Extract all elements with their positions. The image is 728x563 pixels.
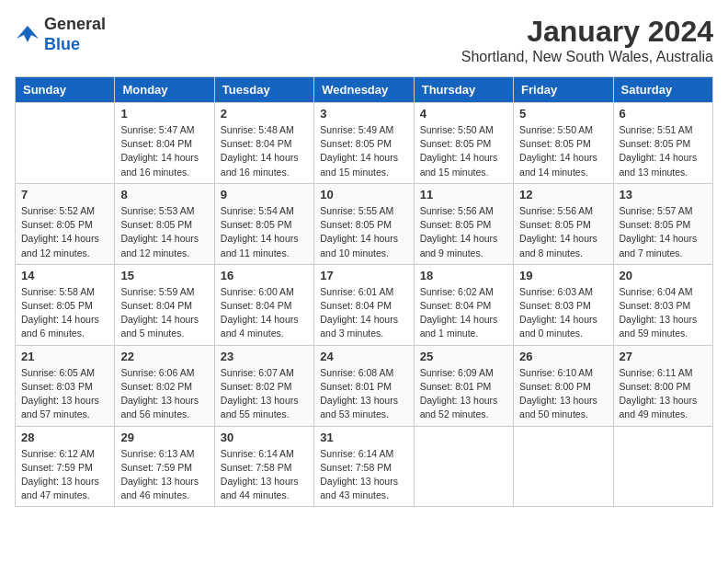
calendar-cell: 4Sunrise: 5:50 AMSunset: 8:05 PMDaylight… [414, 103, 513, 184]
day-info: Sunrise: 6:10 AMSunset: 8:00 PMDaylight:… [519, 366, 607, 422]
day-header-thursday: Thursday [414, 77, 513, 103]
day-number: 19 [519, 269, 607, 282]
day-number: 29 [120, 431, 208, 444]
day-info: Sunrise: 6:14 AMSunset: 7:58 PMDaylight:… [221, 447, 308, 503]
day-number: 8 [120, 188, 208, 201]
calendar-cell: 28Sunrise: 6:12 AMSunset: 7:59 PMDayligh… [16, 426, 115, 507]
calendar-cell: 8Sunrise: 5:53 AMSunset: 8:05 PMDaylight… [115, 183, 214, 264]
calendar-cell [613, 426, 712, 507]
calendar-cell: 24Sunrise: 6:08 AMSunset: 8:01 PMDayligh… [314, 345, 414, 426]
day-info: Sunrise: 6:05 AMSunset: 8:03 PMDaylight:… [21, 366, 108, 422]
day-number: 12 [519, 188, 607, 201]
calendar-week-row: 7Sunrise: 5:52 AMSunset: 8:05 PMDaylight… [16, 183, 713, 264]
day-number: 25 [420, 350, 507, 363]
day-number: 22 [120, 350, 208, 363]
day-info: Sunrise: 5:48 AMSunset: 8:04 PMDaylight:… [221, 123, 308, 179]
day-info: Sunrise: 6:04 AMSunset: 8:03 PMDaylight:… [620, 285, 707, 341]
day-number: 17 [320, 269, 407, 282]
day-number: 14 [21, 269, 108, 282]
day-number: 1 [120, 107, 208, 121]
calendar-cell: 18Sunrise: 6:02 AMSunset: 8:04 PMDayligh… [414, 264, 513, 345]
day-info: Sunrise: 5:50 AMSunset: 8:05 PMDaylight:… [420, 123, 507, 179]
calendar-cell: 29Sunrise: 6:13 AMSunset: 7:59 PMDayligh… [115, 426, 214, 507]
page-header: General Blue January 2024 Shortland, New… [15, 15, 713, 65]
svg-marker-0 [17, 26, 39, 42]
day-number: 18 [420, 269, 507, 282]
calendar-cell: 6Sunrise: 5:51 AMSunset: 8:05 PMDaylight… [613, 103, 712, 184]
calendar-cell: 27Sunrise: 6:11 AMSunset: 8:00 PMDayligh… [613, 345, 712, 426]
day-header-friday: Friday [514, 77, 613, 103]
calendar-week-row: 1Sunrise: 5:47 AMSunset: 8:04 PMDaylight… [16, 103, 713, 184]
day-info: Sunrise: 5:56 AMSunset: 8:05 PMDaylight:… [420, 204, 507, 260]
day-header-saturday: Saturday [613, 77, 712, 103]
day-info: Sunrise: 5:56 AMSunset: 8:05 PMDaylight:… [519, 204, 607, 260]
calendar-cell: 11Sunrise: 5:56 AMSunset: 8:05 PMDayligh… [414, 183, 513, 264]
day-header-monday: Monday [115, 77, 214, 103]
calendar-title: January 2024 [461, 15, 713, 49]
calendar-cell: 1Sunrise: 5:47 AMSunset: 8:04 PMDaylight… [115, 103, 214, 184]
day-number: 3 [320, 107, 407, 121]
calendar-cell: 2Sunrise: 5:48 AMSunset: 8:04 PMDaylight… [214, 103, 313, 184]
day-number: 5 [519, 107, 607, 121]
day-info: Sunrise: 6:07 AMSunset: 8:02 PMDaylight:… [221, 366, 308, 422]
day-info: Sunrise: 6:06 AMSunset: 8:02 PMDaylight:… [120, 366, 208, 422]
day-info: Sunrise: 5:55 AMSunset: 8:05 PMDaylight:… [320, 204, 407, 260]
calendar-cell: 9Sunrise: 5:54 AMSunset: 8:05 PMDaylight… [214, 183, 313, 264]
day-number: 27 [620, 350, 707, 363]
calendar-week-row: 14Sunrise: 5:58 AMSunset: 8:05 PMDayligh… [16, 264, 713, 345]
calendar-cell: 16Sunrise: 6:00 AMSunset: 8:04 PMDayligh… [214, 264, 313, 345]
day-number: 26 [519, 350, 607, 363]
day-number: 20 [620, 269, 707, 282]
calendar-cell: 14Sunrise: 5:58 AMSunset: 8:05 PMDayligh… [16, 264, 115, 345]
logo-general-text: General [44, 15, 106, 35]
day-info: Sunrise: 6:02 AMSunset: 8:04 PMDaylight:… [420, 285, 507, 341]
calendar-cell [514, 426, 613, 507]
day-info: Sunrise: 6:00 AMSunset: 8:04 PMDaylight:… [221, 285, 308, 341]
day-number: 23 [221, 350, 308, 363]
day-info: Sunrise: 5:51 AMSunset: 8:05 PMDaylight:… [620, 123, 707, 179]
day-number: 6 [620, 107, 707, 121]
calendar-cell: 17Sunrise: 6:01 AMSunset: 8:04 PMDayligh… [314, 264, 414, 345]
day-number: 7 [21, 188, 108, 201]
calendar-cell: 23Sunrise: 6:07 AMSunset: 8:02 PMDayligh… [214, 345, 313, 426]
day-number: 31 [320, 431, 407, 444]
day-info: Sunrise: 6:13 AMSunset: 7:59 PMDaylight:… [120, 447, 208, 503]
day-info: Sunrise: 5:58 AMSunset: 8:05 PMDaylight:… [21, 285, 108, 341]
day-info: Sunrise: 5:54 AMSunset: 8:05 PMDaylight:… [221, 204, 308, 260]
day-info: Sunrise: 6:11 AMSunset: 8:00 PMDaylight:… [620, 366, 707, 422]
calendar-cell: 21Sunrise: 6:05 AMSunset: 8:03 PMDayligh… [16, 345, 115, 426]
day-info: Sunrise: 5:52 AMSunset: 8:05 PMDaylight:… [21, 204, 108, 260]
calendar-cell: 15Sunrise: 5:59 AMSunset: 8:04 PMDayligh… [115, 264, 214, 345]
logo: General Blue [15, 15, 106, 54]
calendar-header: SundayMondayTuesdayWednesdayThursdayFrid… [16, 77, 713, 103]
day-number: 30 [221, 431, 308, 444]
calendar-cell: 19Sunrise: 6:03 AMSunset: 8:03 PMDayligh… [514, 264, 613, 345]
day-info: Sunrise: 5:53 AMSunset: 8:05 PMDaylight:… [120, 204, 208, 260]
day-info: Sunrise: 6:09 AMSunset: 8:01 PMDaylight:… [420, 366, 507, 422]
day-number: 28 [21, 431, 108, 444]
day-number: 4 [420, 107, 507, 121]
calendar-cell: 10Sunrise: 5:55 AMSunset: 8:05 PMDayligh… [314, 183, 414, 264]
logo-icon [15, 22, 40, 48]
day-header-tuesday: Tuesday [214, 77, 313, 103]
calendar-cell: 7Sunrise: 5:52 AMSunset: 8:05 PMDaylight… [16, 183, 115, 264]
day-info: Sunrise: 5:47 AMSunset: 8:04 PMDaylight:… [120, 123, 208, 179]
calendar-cell [16, 103, 115, 184]
calendar-cell: 12Sunrise: 5:56 AMSunset: 8:05 PMDayligh… [514, 183, 613, 264]
logo-blue-text: Blue [44, 35, 106, 55]
day-header-wednesday: Wednesday [314, 77, 414, 103]
day-info: Sunrise: 5:49 AMSunset: 8:05 PMDaylight:… [320, 123, 407, 179]
day-info: Sunrise: 6:14 AMSunset: 7:58 PMDaylight:… [320, 447, 407, 503]
day-info: Sunrise: 6:01 AMSunset: 8:04 PMDaylight:… [320, 285, 407, 341]
day-number: 16 [221, 269, 308, 282]
day-info: Sunrise: 5:59 AMSunset: 8:04 PMDaylight:… [120, 285, 208, 341]
day-number: 11 [420, 188, 507, 201]
day-number: 13 [620, 188, 707, 201]
day-number: 2 [221, 107, 308, 121]
day-info: Sunrise: 6:03 AMSunset: 8:03 PMDaylight:… [519, 285, 607, 341]
calendar-cell: 20Sunrise: 6:04 AMSunset: 8:03 PMDayligh… [613, 264, 712, 345]
day-header-sunday: Sunday [16, 77, 115, 103]
day-info: Sunrise: 6:12 AMSunset: 7:59 PMDaylight:… [21, 447, 108, 503]
calendar-cell: 30Sunrise: 6:14 AMSunset: 7:58 PMDayligh… [214, 426, 313, 507]
day-info: Sunrise: 6:08 AMSunset: 8:01 PMDaylight:… [320, 366, 407, 422]
